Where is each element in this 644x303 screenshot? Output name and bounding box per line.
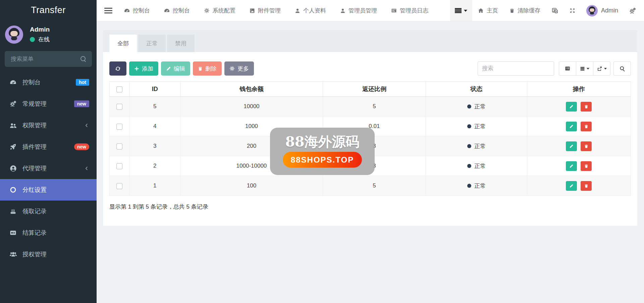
- row-edit-button[interactable]: [566, 161, 577, 171]
- sidebar-item-permissions[interactable]: 权限管理 ‹: [0, 115, 97, 136]
- sidebar-toggle-icon[interactable]: [104, 8, 112, 13]
- nav-tabs-dropdown-button[interactable]: [450, 0, 472, 21]
- sidebar-item-dividend-settings[interactable]: 分红设置: [0, 179, 97, 201]
- sidebar-item-general[interactable]: 常规管理 new: [0, 93, 97, 115]
- row-checkbox[interactable]: [116, 163, 122, 169]
- trash-icon: [509, 8, 515, 13]
- row-delete-button[interactable]: [581, 122, 592, 131]
- top-navbar: 控制台 控制台 系统配置 附件管理 个人资料 管理员管理 管理员日志 主页 清除…: [97, 0, 644, 21]
- tab-all[interactable]: 全部: [109, 35, 137, 52]
- status-badge: 正常: [467, 182, 486, 190]
- table-row: 1 100 5 正常: [110, 176, 631, 196]
- settings-button[interactable]: [624, 0, 644, 21]
- nav-tab-profile[interactable]: 个人资料: [288, 0, 333, 21]
- sidebar-item-authorization[interactable]: 授权管理: [0, 244, 97, 265]
- avatar: [5, 26, 23, 44]
- tab-normal[interactable]: 正常: [138, 35, 166, 52]
- clear-cache-button[interactable]: 清除缓存: [504, 0, 546, 21]
- status-badge: 正常: [467, 123, 486, 130]
- row-edit-button[interactable]: [566, 122, 577, 131]
- avatar: [586, 5, 598, 16]
- cell-ratio: 5: [323, 97, 426, 117]
- detail-view-icon: [565, 66, 570, 71]
- refresh-button[interactable]: [109, 61, 126, 76]
- search-button[interactable]: [613, 61, 631, 76]
- column-header-status[interactable]: 状态: [426, 82, 527, 97]
- sidebar-search: [5, 51, 92, 67]
- nav-tab-admin-log[interactable]: 管理员日志: [384, 0, 435, 21]
- select-all-checkbox[interactable]: [116, 86, 122, 92]
- pencil-icon: [166, 66, 171, 71]
- pagination-summary: 显示第 1 到第 5 条记录，总共 5 条记录: [109, 203, 631, 211]
- online-dot-icon: [30, 37, 35, 42]
- nav-tab-attachments[interactable]: 附件管理: [243, 0, 288, 21]
- table-header-row: ID 钱包余额 返还比例 状态 操作: [110, 82, 631, 97]
- home-label: 主页: [487, 7, 498, 14]
- card-icon: [9, 229, 17, 236]
- sidebar-item-label: 权限管理: [22, 121, 47, 129]
- nav-tab-admin-management[interactable]: 管理员管理: [333, 0, 384, 21]
- edit-button[interactable]: 编辑: [161, 61, 190, 76]
- row-delete-button[interactable]: [581, 102, 592, 112]
- clear-cache-label: 清除缓存: [518, 7, 540, 14]
- search-icon: [620, 66, 625, 72]
- nav-tab-system-config[interactable]: 系统配置: [197, 0, 243, 21]
- nav-tab-label: 个人资料: [303, 7, 326, 14]
- fullscreen-button[interactable]: [564, 0, 581, 21]
- home-button[interactable]: 主页: [472, 0, 504, 21]
- gear-icon: [204, 8, 210, 13]
- hot-badge: hot: [76, 79, 89, 86]
- nav-tab-dashboard-2[interactable]: 控制台: [157, 0, 197, 21]
- caret-down-icon: [604, 68, 607, 70]
- sidebar-item-agents[interactable]: 代理管理 ‹: [0, 158, 97, 179]
- delete-button[interactable]: 删除: [193, 61, 222, 76]
- add-button[interactable]: 添加: [129, 61, 158, 76]
- row-edit-button[interactable]: [566, 141, 577, 151]
- table-search-input[interactable]: [478, 61, 554, 76]
- sidebar-item-label: 授权管理: [22, 250, 47, 258]
- sidebar-item-settlement-records[interactable]: 结算记录: [0, 222, 97, 244]
- table-row: 5 10000 5 正常: [110, 97, 631, 117]
- more-button[interactable]: 更多: [224, 61, 254, 76]
- sidebar-item-plugins[interactable]: 插件管理 new: [0, 136, 97, 158]
- status-dot-icon: [467, 144, 471, 148]
- dashboard-icon: [124, 8, 130, 13]
- sidebar-item-dashboard[interactable]: 控制台 hot: [0, 72, 97, 93]
- column-header-actions[interactable]: 操作: [527, 82, 631, 97]
- caret-down-icon: [464, 10, 467, 12]
- sidebar-item-label: 常规管理: [22, 100, 47, 108]
- columns-button[interactable]: [576, 61, 593, 76]
- row-checkbox[interactable]: [116, 143, 122, 149]
- users-icon: [9, 122, 17, 129]
- refresh-icon: [115, 66, 121, 72]
- tab-disabled[interactable]: 禁用: [167, 35, 195, 52]
- user-menu[interactable]: Admin: [581, 0, 624, 21]
- detail-view-button[interactable]: [559, 61, 576, 76]
- cell-ratio: 5: [323, 176, 426, 196]
- column-header-ratio[interactable]: 返还比例: [323, 82, 426, 97]
- chevron-left-icon: ‹: [85, 121, 88, 129]
- row-delete-button[interactable]: [581, 141, 592, 151]
- row-delete-button[interactable]: [581, 161, 592, 171]
- new-badge: new: [74, 100, 89, 107]
- home-icon: [478, 8, 484, 13]
- row-checkbox[interactable]: [116, 104, 122, 110]
- sidebar-item-claim-records[interactable]: 领取记录: [0, 201, 97, 222]
- menu-search-input[interactable]: [5, 51, 92, 67]
- search-icon[interactable]: [80, 56, 87, 62]
- row-checkbox[interactable]: [116, 183, 122, 189]
- row-delete-button[interactable]: [581, 181, 592, 191]
- more-label: 更多: [237, 65, 249, 73]
- watermark-domain-badge: 88SHOPS.TOP: [283, 152, 362, 168]
- user-icon: [340, 8, 345, 13]
- row-edit-button[interactable]: [566, 102, 577, 112]
- column-header-id[interactable]: ID: [129, 82, 180, 97]
- column-header-balance[interactable]: 钱包余额: [180, 82, 323, 97]
- nav-tab-dashboard-1[interactable]: 控制台: [117, 0, 157, 21]
- language-button[interactable]: 文A: [546, 0, 564, 21]
- export-button[interactable]: [593, 61, 610, 76]
- row-edit-button[interactable]: [566, 181, 577, 191]
- user-panel: Admin 在线: [0, 20, 97, 50]
- row-checkbox[interactable]: [116, 124, 122, 130]
- delete-label: 删除: [205, 65, 217, 73]
